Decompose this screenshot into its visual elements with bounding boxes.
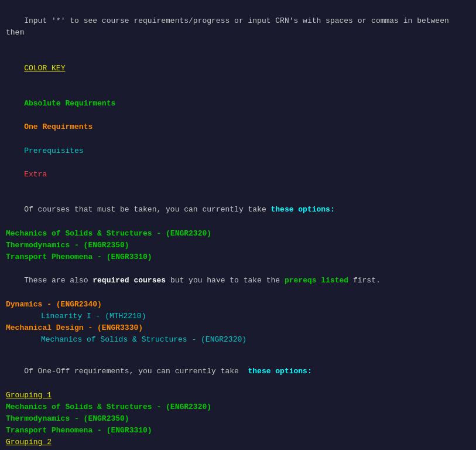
section1-course-2: Thermodynamics - (ENGR2350) <box>6 240 470 251</box>
section1-course-1: Mechanics of Solids & Structures - (ENGR… <box>6 228 470 240</box>
section1-intro-text: Of courses that must be taken, you can c… <box>24 205 270 214</box>
also-end: first. <box>348 276 381 285</box>
prerequisites-label: Prerequisites <box>24 146 83 155</box>
app-container: Input '*' to see course requirements/pro… <box>6 4 470 450</box>
also-intro: These are also <box>24 276 93 285</box>
g1-course-2: Thermodynamics - (ENGR2350) <box>6 413 470 425</box>
linearity-prereq: Linearity I - (MTH2210) <box>6 311 470 322</box>
section2-these-options: these options: <box>244 367 312 376</box>
also-mid: but you have to take the <box>166 276 285 285</box>
section2-intro: Of One-Off requirements, you can current… <box>6 354 470 389</box>
absolute-label: Absolute Requirments <box>24 99 115 108</box>
instruction-text: Input '*' to see course requirements/pro… <box>6 16 454 37</box>
section1-also-line: These are also required courses but you … <box>6 263 470 298</box>
g1-course-1: Mechanics of Solids & Structures - (ENGR… <box>6 401 470 413</box>
section1-these-options: these options: <box>271 205 335 214</box>
prereqs-listed-label: prereqs listed <box>285 276 348 285</box>
color-key-row: Absolute Requirments One Requirments Pre… <box>6 86 470 192</box>
color-key-link[interactable]: COLOR KEY <box>6 51 470 86</box>
spacer-1 <box>6 346 470 354</box>
section2-intro-text: Of One-Off requirements, you can current… <box>24 367 243 376</box>
one-req-label: One Requirments <box>24 122 93 131</box>
g1-course-3: Transport Phenomena - (ENGR3310) <box>6 425 470 437</box>
color-key-label[interactable]: COLOR KEY <box>24 64 65 73</box>
mechanical-design-course: Mechanical Design - (ENGR3330) <box>6 322 470 334</box>
instruction-line: Input '*' to see course requirements/pro… <box>6 4 470 51</box>
extra-label: Extra <box>24 170 47 179</box>
section1-intro: Of courses that must be taken, you can c… <box>6 192 470 227</box>
mech-design-prereq: Mechanics of Solids & Structures - (ENGR… <box>6 334 470 346</box>
required-courses-label: required courses <box>93 276 166 285</box>
grouping-2-header[interactable]: Grouping 2 <box>6 437 470 448</box>
dynamics-course: Dynamics - (ENGR2340) <box>6 299 470 311</box>
grouping-1-header[interactable]: Grouping 1 <box>6 390 470 401</box>
section1-course-3: Transport Phenomena - (ENGR3310) <box>6 251 470 263</box>
